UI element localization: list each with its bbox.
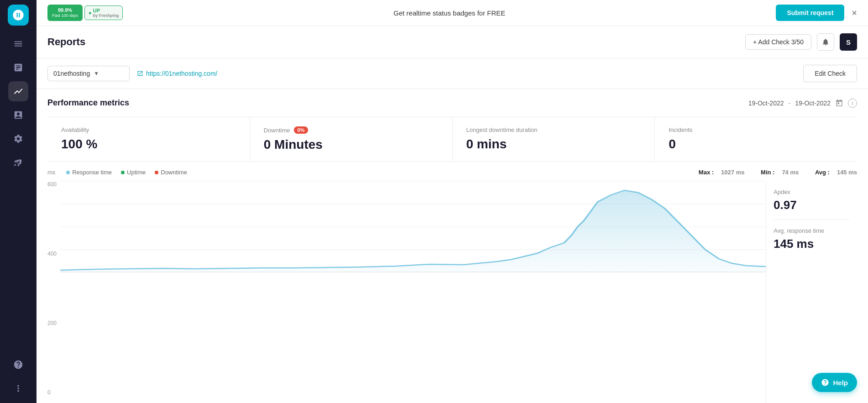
y-200: 200 <box>47 320 57 326</box>
chart-container: 600 400 200 0 <box>47 181 857 403</box>
uptime-badge: 99.9% Past 100 days <box>47 5 83 21</box>
up-dot: ● <box>89 10 92 16</box>
url-text: https://01nethosting.com/ <box>146 70 217 77</box>
dropdown-value: 01nethosting <box>53 70 90 77</box>
stat-min-label: Min : <box>761 169 774 176</box>
stat-max-value: 1027 ms <box>721 169 744 176</box>
check-url-link[interactable]: https://01nethosting.com/ <box>137 70 217 77</box>
statuspage-icon <box>13 110 23 120</box>
y-0: 0 <box>47 389 57 396</box>
stat-max-label: Max : <box>699 169 714 176</box>
edit-check-button[interactable]: Edit Check <box>803 65 857 82</box>
chart-area <box>60 181 766 403</box>
metric-cards: Availability 100 % Downtime 0% 0 Minutes… <box>47 117 857 162</box>
sidebar-item-dots[interactable] <box>8 378 28 398</box>
check-dropdown[interactable]: 01nethosting ▼ <box>47 66 130 81</box>
info-icon[interactable]: i <box>848 99 857 108</box>
availability-label: Availability <box>61 126 236 133</box>
uptime-percent: 99.9% <box>52 7 78 13</box>
help-label: Help <box>833 379 848 387</box>
external-link-icon <box>137 70 143 77</box>
downtime-badge: 0% <box>294 126 309 134</box>
stat-avg-value: 145 ms <box>837 169 857 176</box>
apdex-value: 0.97 <box>774 198 850 212</box>
status-banner: 99.9% Past 100 days ● UP by Freshping Ge… <box>37 0 868 26</box>
settings-icon <box>13 134 23 144</box>
sidebar-item-reports[interactable] <box>8 58 28 78</box>
metrics-section: Performance metrics 19-Oct-2022 - 19-Oct… <box>37 89 868 162</box>
date-from: 19-Oct-2022 <box>748 99 784 107</box>
chart-y-labels: 600 400 200 0 <box>47 181 60 403</box>
help-circle-icon <box>13 360 23 370</box>
bell-icon <box>821 38 830 46</box>
metrics-header: Performance metrics 19-Oct-2022 - 19-Oct… <box>47 98 857 108</box>
incidents-value: 0 <box>669 137 843 152</box>
stat-min-value: 74 ms <box>782 169 799 176</box>
y-400: 400 <box>47 251 57 257</box>
incidents-label: Incidents <box>669 126 843 133</box>
rocket-icon <box>13 157 23 167</box>
y-600: 600 <box>47 181 57 188</box>
avg-response-card: Avg. response time 145 ms <box>774 220 850 258</box>
sidebar-item-launch[interactable] <box>8 152 28 173</box>
sidebar-item-statuspage[interactable] <box>8 105 28 125</box>
check-selector: 01nethosting ▼ https://01nethosting.com/ <box>47 66 217 81</box>
close-banner-button[interactable]: × <box>852 8 857 18</box>
chart-main-area: 600 400 200 0 <box>47 181 766 403</box>
date-to: 19-Oct-2022 <box>795 99 831 107</box>
sidebar <box>0 0 37 403</box>
chart-y-axis-label: ms <box>47 169 55 176</box>
response-time-dot <box>66 171 70 174</box>
chart-side-panel: Apdex 0.97 Avg. response time 145 ms <box>766 181 857 403</box>
stat-avg-label: Avg : <box>815 169 830 176</box>
downtime-dot <box>155 171 158 174</box>
check-toolbar: 01nethosting ▼ https://01nethosting.com/… <box>37 58 868 89</box>
banner-text: Get realtime status badges for FREE <box>130 9 769 17</box>
legend-downtime: Downtime <box>155 169 187 176</box>
longest-downtime-card: Longest downtime duration 0 mins <box>453 117 655 161</box>
date-range: 19-Oct-2022 - 19-Oct-2022 i <box>748 99 857 108</box>
header-actions: + Add Check 3/50 S <box>745 33 857 51</box>
banner-badge: 99.9% Past 100 days ● UP by Freshping <box>47 5 123 21</box>
app-logo[interactable] <box>8 5 29 26</box>
metrics-title: Performance metrics <box>47 98 129 108</box>
uptime-subtitle: Past 100 days <box>52 13 78 18</box>
apdex-label: Apdex <box>774 188 850 195</box>
up-badge: ● UP by Freshping <box>84 5 123 20</box>
chart-legend: ms Response time Uptime Downtime Max : 1… <box>47 169 857 176</box>
legend-response-time: Response time <box>66 169 112 176</box>
sidebar-item-menu[interactable] <box>8 34 28 54</box>
menu-icon <box>13 39 23 49</box>
page-title: Reports <box>47 36 85 48</box>
up-label: UP <box>93 8 119 13</box>
reports-icon <box>13 63 23 73</box>
page-header: Reports + Add Check 3/50 S <box>37 26 868 58</box>
downtime-label: Downtime 0% <box>264 126 439 134</box>
analytics-icon <box>13 86 23 96</box>
calendar-icon[interactable] <box>835 99 843 107</box>
sidebar-item-analytics[interactable] <box>8 81 28 101</box>
date-separator: - <box>789 99 791 107</box>
availability-value: 100 % <box>61 137 236 152</box>
incidents-card: Incidents 0 <box>655 117 857 161</box>
add-check-button[interactable]: + Add Check 3/50 <box>745 34 811 50</box>
user-avatar[interactable]: S <box>840 33 857 51</box>
main-content: 99.9% Past 100 days ● UP by Freshping Ge… <box>37 0 868 403</box>
downtime-card: Downtime 0% 0 Minutes <box>250 117 453 161</box>
chart-stats: Max : 1027 ms Min : 74 ms Avg : 145 ms <box>699 169 857 176</box>
notifications-button[interactable] <box>817 33 834 51</box>
downtime-value: 0 Minutes <box>264 137 439 152</box>
avg-response-label: Avg. response time <box>774 227 850 234</box>
help-button[interactable]: Help <box>812 373 857 392</box>
chevron-down-icon: ▼ <box>94 70 99 77</box>
sidebar-item-help[interactable] <box>8 355 28 375</box>
submit-request-button[interactable]: Submit request <box>776 5 844 21</box>
up-sub: by Freshping <box>93 13 119 18</box>
response-chart-svg <box>60 181 766 272</box>
longest-downtime-label: Longest downtime duration <box>466 126 641 133</box>
chart-area-fill <box>60 190 766 272</box>
sidebar-item-settings[interactable] <box>8 129 28 149</box>
legend-uptime: Uptime <box>121 169 146 176</box>
logo-icon <box>12 9 25 21</box>
uptime-dot <box>121 171 125 174</box>
